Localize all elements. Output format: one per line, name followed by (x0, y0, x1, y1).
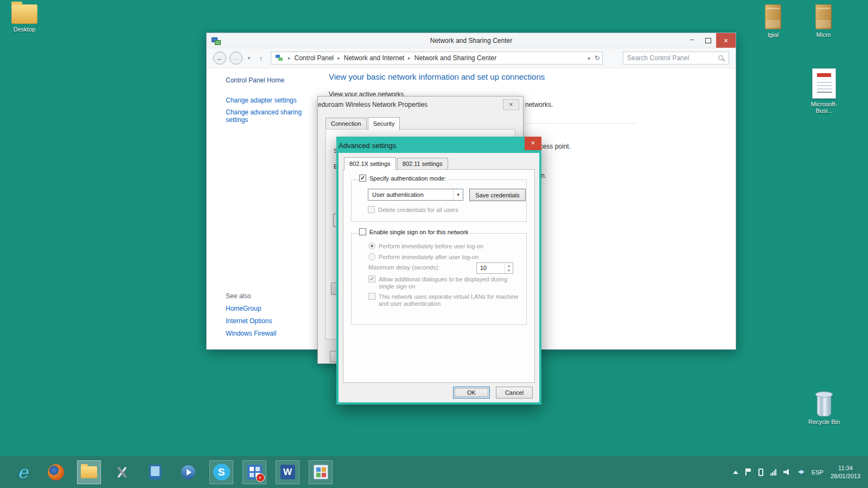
chevron-down-icon (453, 189, 463, 200)
window-titlebar[interactable]: Network and Sharing Center (207, 33, 736, 48)
show-hidden-icons-icon[interactable] (733, 471, 738, 474)
folder-icon (765, 4, 781, 29)
ok-button[interactable]: OK (453, 387, 490, 399)
enable-sso-checkbox[interactable]: Enable single sign on for this network (359, 229, 470, 236)
max-delay-spinner[interactable]: 10 (476, 262, 513, 274)
volume-icon[interactable] (783, 469, 791, 476)
system-tray: ESP 11:34 28/01/2013 (733, 464, 868, 480)
sidebar-item-windows-firewall[interactable]: Windows Firewall (226, 330, 276, 337)
desktop-icon-desktop[interactable]: Desktop (4, 4, 45, 33)
radio-label: Perform immediately before user log-on (379, 243, 483, 250)
desktop-icon-label: Micro (803, 31, 844, 38)
breadcrumb-control-panel[interactable]: Control Panel (293, 54, 335, 62)
allow-dialogs-checkbox[interactable]: Allow additional dialogues to be display… (368, 276, 521, 290)
document-icon (812, 68, 836, 99)
taskbar-device-app[interactable] (143, 460, 167, 484)
address-bar[interactable]: Control Panel Network and Internet Netwo… (271, 52, 603, 65)
dropdown-value: User authentication (368, 191, 453, 198)
search-input[interactable]: Search Control Panel (623, 52, 729, 65)
taskbar-app-with-alert[interactable] (242, 460, 266, 484)
sso-after-logon-radio[interactable]: Perform immediately after user log-on (368, 254, 478, 261)
desktop-icon-recycle-bin[interactable]: Recycle Bin (803, 390, 845, 425)
taskbar-firefox[interactable] (44, 460, 68, 484)
taskbar-office-app[interactable] (309, 460, 333, 484)
dropbox-icon[interactable] (798, 470, 805, 477)
close-button[interactable] (716, 33, 736, 48)
close-button[interactable] (503, 99, 519, 110)
forward-button[interactable] (229, 52, 242, 65)
taskbar-media-app[interactable] (176, 460, 200, 484)
search-icon[interactable] (718, 55, 725, 62)
page-title: View your basic network information and … (329, 72, 545, 81)
checkbox-box (368, 293, 375, 300)
taskbar-skype[interactable] (209, 460, 233, 484)
minimize-button[interactable] (684, 33, 700, 48)
breadcrumb-network-sharing[interactable]: Network and Sharing Center (413, 54, 497, 62)
action-center-flag-icon[interactable] (745, 468, 751, 476)
clock-time: 11:34 (831, 464, 860, 472)
close-button[interactable] (525, 137, 541, 150)
desktop-icon-micro[interactable]: Micro (803, 4, 844, 38)
clock[interactable]: 11:34 28/01/2013 (831, 464, 860, 480)
spinner-down-icon[interactable] (505, 268, 513, 274)
taskbar: ESP 11:34 28/01/2013 (0, 456, 868, 488)
sidebar-item-control-panel-home[interactable]: Control Panel Home (226, 76, 284, 84)
location-icon (276, 55, 283, 61)
separate-vlans-checkbox[interactable]: This network uses separate virtual LANs … (368, 293, 521, 307)
refresh-icon[interactable] (595, 54, 600, 62)
language-indicator[interactable]: ESP (812, 469, 824, 476)
taskbar-word[interactable] (276, 460, 299, 484)
desktop-icon-tgial[interactable]: tgial (752, 4, 794, 38)
address-dropdown-icon[interactable] (588, 54, 590, 62)
sidebar-item-internet-options[interactable]: Internet Options (226, 317, 272, 325)
save-credentials-button[interactable]: Save credentials (469, 189, 526, 201)
device-icon (149, 465, 161, 479)
dialog-titlebar[interactable]: eduroam Wireless Network Properties (318, 97, 523, 113)
network-signal-icon[interactable] (770, 469, 776, 476)
desktop-icon-label: tgial (752, 31, 794, 38)
radio-label: Perform immediately after user log-on (379, 254, 478, 261)
text-fragment: networks. (525, 101, 553, 108)
folder-icon (11, 4, 37, 24)
spinner-up-icon[interactable] (505, 263, 513, 268)
radio-circle (368, 242, 375, 249)
checkbox-label: Delete credentials for all users (378, 207, 458, 214)
dialog-titlebar[interactable]: Advanced settings (339, 139, 539, 153)
tab-80211-settings[interactable]: 802.11 settings (397, 158, 448, 169)
desktop-icon-document[interactable]: Microsoft-Busi... (803, 68, 845, 114)
auth-mode-dropdown[interactable]: User authentication (368, 189, 463, 201)
search-placeholder: Search Control Panel (627, 54, 689, 62)
dialog-title: eduroam Wireless Network Properties (318, 101, 427, 108)
maximize-button[interactable] (700, 33, 716, 48)
sidebar-item-change-adapter-settings[interactable]: Change adapter settings (226, 97, 297, 104)
checkbox-box (359, 175, 366, 182)
checkbox-box (368, 275, 375, 282)
word-icon (280, 465, 295, 479)
taskbar-internet-explorer[interactable] (11, 460, 35, 484)
tab-security[interactable]: Security (368, 117, 400, 130)
sso-before-logon-radio[interactable]: Perform immediately before user log-on (368, 243, 483, 250)
cancel-button[interactable]: Cancel (496, 387, 533, 399)
taskbar-tools-app[interactable] (110, 460, 134, 484)
sidebar-item-change-advanced-sharing[interactable]: Change advanced sharing settings (226, 108, 307, 124)
breadcrumb-network-internet[interactable]: Network and Internet (343, 54, 405, 62)
desktop-icon-label: Microsoft-Busi... (803, 101, 845, 114)
specify-auth-mode-checkbox[interactable]: Specify authentication mode: (359, 175, 448, 182)
divider (525, 123, 636, 124)
radio-circle (368, 253, 375, 260)
tab-connection[interactable]: Connection (326, 118, 367, 129)
device-status-icon[interactable] (758, 468, 763, 476)
sidebar-item-homegroup[interactable]: HomeGroup (226, 305, 261, 312)
spinner-value: 10 (477, 263, 505, 273)
up-button[interactable] (256, 54, 266, 62)
window-title: Network and Sharing Center (207, 33, 736, 48)
file-explorer-icon (81, 466, 97, 478)
8021x-settings-panel: Specify authentication mode: User authen… (343, 169, 535, 383)
taskbar-file-explorer[interactable] (77, 460, 101, 484)
back-button[interactable] (213, 52, 226, 65)
tab-8021x-settings[interactable]: 802.1X settings (344, 157, 396, 170)
desktop-icon-label: Desktop (4, 26, 45, 33)
history-chevron-icon[interactable] (246, 55, 252, 61)
delete-credentials-checkbox[interactable]: Delete credentials for all users (368, 207, 458, 214)
checkbox-box (359, 228, 366, 235)
